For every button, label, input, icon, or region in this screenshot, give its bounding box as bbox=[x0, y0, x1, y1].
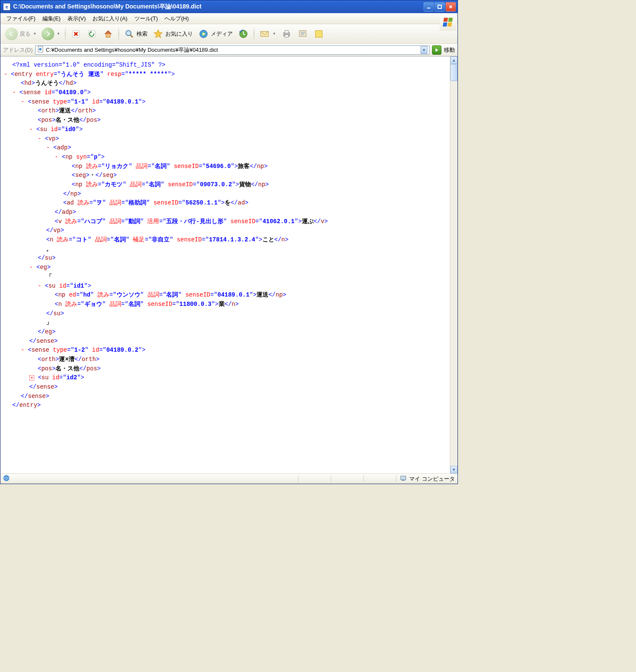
collapse-toggle[interactable]: - bbox=[46, 144, 50, 151]
menu-favorites[interactable]: お気に入り(A) bbox=[89, 14, 131, 24]
print-icon bbox=[281, 28, 292, 39]
collapse-toggle[interactable]: - bbox=[29, 126, 33, 133]
minimize-button[interactable] bbox=[424, 2, 434, 11]
note-icon bbox=[313, 28, 324, 39]
svg-rect-1 bbox=[438, 5, 441, 8]
address-label: アドレス(D) bbox=[3, 46, 33, 54]
back-label: 戻る bbox=[20, 30, 31, 38]
menu-file[interactable]: ファイル(F) bbox=[3, 14, 39, 24]
media-icon bbox=[198, 28, 209, 39]
address-bar: アドレス(D) C:¥Documents and Settings¥hosono… bbox=[0, 44, 457, 56]
chevron-down-icon: ▼ bbox=[33, 32, 36, 36]
favorites-label: お気に入り bbox=[165, 30, 193, 38]
scroll-thumb[interactable] bbox=[450, 64, 457, 81]
windows-logo-icon bbox=[440, 14, 457, 31]
home-button[interactable] bbox=[100, 27, 116, 41]
collapse-toggle[interactable]: - bbox=[21, 347, 24, 353]
search-label: 検索 bbox=[137, 30, 148, 38]
svg-rect-29 bbox=[401, 476, 406, 480]
go-button[interactable] bbox=[432, 45, 441, 55]
forward-button[interactable]: ▼ bbox=[39, 27, 62, 41]
edit-button[interactable] bbox=[295, 27, 310, 41]
zone-label: マイ コンピュータ bbox=[409, 475, 455, 483]
collapse-toggle[interactable]: - bbox=[38, 135, 41, 142]
menu-edit[interactable]: 編集(E) bbox=[39, 14, 64, 24]
svg-rect-19 bbox=[285, 31, 288, 33]
status-bar: マイ コンピュータ bbox=[0, 473, 457, 484]
xml-declaration: <?xml version="1.0" encoding="Shift_JIS"… bbox=[12, 62, 165, 68]
zone-icon bbox=[400, 475, 407, 483]
chevron-down-icon: ▼ bbox=[273, 32, 276, 36]
collapse-toggle[interactable]: - bbox=[55, 154, 58, 160]
svg-rect-20 bbox=[285, 35, 288, 37]
window-title: C:\Documents and Settings\hosono\My Docu… bbox=[13, 3, 424, 11]
xml-content[interactable]: <?xml version="1.0" encoding="Shift_JIS"… bbox=[0, 56, 450, 473]
chevron-down-icon: ▼ bbox=[57, 32, 60, 36]
media-button[interactable]: メディア bbox=[196, 27, 235, 41]
mail-button[interactable]: ▼ bbox=[257, 27, 278, 41]
title-bar: e C:\Documents and Settings\hosono\My Do… bbox=[0, 0, 457, 13]
svg-point-27 bbox=[39, 48, 42, 50]
search-button[interactable]: 検索 bbox=[122, 27, 150, 41]
menu-bar: ファイル(F) 編集(E) 表示(V) お気に入り(A) ツール(T) ヘルプ(… bbox=[0, 13, 457, 24]
refresh-button[interactable] bbox=[84, 27, 100, 41]
messenger-button[interactable] bbox=[311, 27, 326, 41]
collapse-toggle[interactable]: - bbox=[21, 98, 24, 105]
svg-rect-5 bbox=[448, 18, 453, 22]
go-label: 移動 bbox=[444, 46, 455, 54]
ie-status-icon bbox=[3, 475, 10, 483]
ie-app-icon: e bbox=[3, 3, 11, 11]
svg-rect-25 bbox=[315, 31, 322, 37]
menu-tools[interactable]: ツール(T) bbox=[131, 14, 162, 24]
scroll-up-icon[interactable]: ▲ bbox=[450, 56, 457, 64]
expand-toggle[interactable]: + bbox=[29, 375, 34, 381]
mail-icon bbox=[259, 28, 270, 39]
svg-rect-6 bbox=[443, 22, 447, 26]
collapse-toggle[interactable]: - bbox=[38, 283, 41, 289]
menu-view[interactable]: 表示(V) bbox=[64, 14, 89, 24]
print-button[interactable] bbox=[279, 27, 294, 41]
star-icon bbox=[153, 28, 164, 39]
collapse-toggle[interactable]: - bbox=[29, 264, 33, 271]
menu-help[interactable]: ヘルプ(H) bbox=[161, 14, 192, 24]
address-dropdown[interactable]: ▼ bbox=[421, 46, 427, 54]
scroll-down-icon[interactable]: ▼ bbox=[450, 466, 457, 473]
svg-rect-7 bbox=[447, 22, 452, 26]
close-button[interactable] bbox=[446, 2, 456, 11]
stop-button[interactable] bbox=[68, 27, 84, 41]
favorites-button[interactable]: お気に入り bbox=[151, 27, 195, 41]
search-icon bbox=[124, 28, 135, 39]
toolbar: 戻る ▼ ▼ 検索 お気に入り メディア ▼ bbox=[0, 24, 457, 44]
collapse-toggle[interactable]: - bbox=[4, 71, 7, 78]
collapse-toggle[interactable]: - bbox=[12, 89, 16, 96]
history-icon bbox=[238, 28, 249, 39]
svg-line-13 bbox=[130, 35, 133, 37]
address-field[interactable]: C:¥Documents and Settings¥hosono¥My Docu… bbox=[35, 45, 430, 55]
vertical-scrollbar[interactable]: ▲ ▼ bbox=[450, 56, 457, 473]
history-button[interactable] bbox=[236, 27, 251, 41]
maximize-button[interactable] bbox=[435, 2, 445, 11]
media-label: メディア bbox=[211, 30, 233, 38]
edit-icon bbox=[297, 28, 308, 39]
svg-rect-30 bbox=[402, 480, 404, 481]
address-value: C:¥Documents and Settings¥hosono¥My Docu… bbox=[46, 46, 419, 54]
svg-rect-4 bbox=[444, 18, 448, 22]
page-icon bbox=[37, 46, 44, 54]
back-button[interactable]: 戻る ▼ bbox=[3, 27, 39, 41]
